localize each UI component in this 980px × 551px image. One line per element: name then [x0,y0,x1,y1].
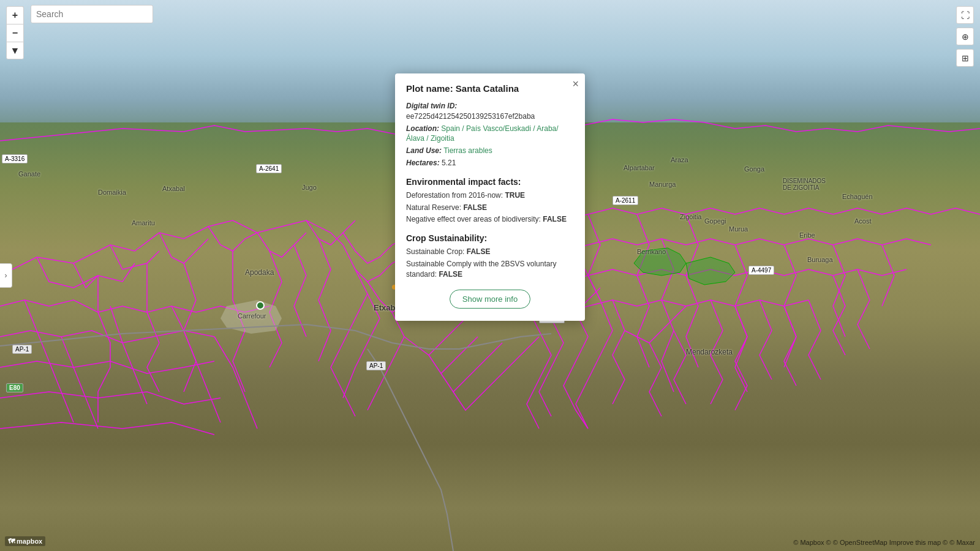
mapbox-logo: 🗺 mapbox [5,536,45,546]
env-deforestation: Deforestation from 2016-now: TRUE [406,190,574,201]
env-biodiversity: Negative effect over areas of biodiversi… [406,214,574,225]
popup-land-use: Land Use: Tierras arables [406,146,574,156]
popup-close-button[interactable]: × [572,78,579,89]
crop-section-title: Crop Sustainability: [406,233,574,243]
location-pin [256,301,265,310]
sidebar-toggle[interactable]: › [0,263,12,288]
show-more-button[interactable]: Show more info [450,290,530,309]
fullscreen-button[interactable]: ⛶ [956,6,974,24]
improve-map-link[interactable]: Improve this map [889,539,941,546]
right-controls: ⛶ ⊕ ⊞ [956,6,974,67]
mapbox-attribution: 🗺 mapbox [5,536,45,546]
svg-marker-1 [686,257,735,285]
zoom-out-button[interactable]: − [6,24,24,42]
search-input[interactable] [31,5,153,23]
map-attribution-text: © Mapbox © © OpenStreetMap Improve this … [793,539,975,546]
locate-button[interactable]: ⊕ [956,28,974,45]
attribution-maxar: © Maxar [949,539,975,546]
env-section: Environmental impact facts: Deforestatio… [406,177,574,225]
compass-button[interactable]: ▼ [6,42,24,59]
layers-button[interactable]: ⊞ [956,49,974,67]
env-natural-reserve: Natural Reserve: FALSE [406,203,574,213]
popup-location: Location: Spain / País Vasco/Euskadi / A… [406,124,574,144]
popup-hectares: Hectares: 5.21 [406,158,574,168]
info-popup: Plot name: Santa Catalina × Digital twin… [395,73,585,321]
svg-marker-0 [634,248,686,276]
popup-digital-twin: Digital twin ID: ee7225d4212542501392531… [406,101,574,122]
search-container [31,5,153,23]
crop-comply: Sustainable Comply with the 2BSVS volunt… [406,259,574,280]
attribution-osm: © OpenStreetMap [833,539,888,546]
attribution-mapbox: © Mapbox [793,539,824,546]
env-section-title: Environmental impact facts: [406,177,574,187]
crop-sustainable: Sustainable Crop: FALSE [406,247,574,257]
crop-section: Crop Sustainability: Sustainable Crop: F… [406,233,574,279]
popup-title: Plot name: Santa Catalina [406,83,574,94]
zoom-in-button[interactable]: + [6,6,24,24]
map-controls: + − ▼ [6,6,24,59]
